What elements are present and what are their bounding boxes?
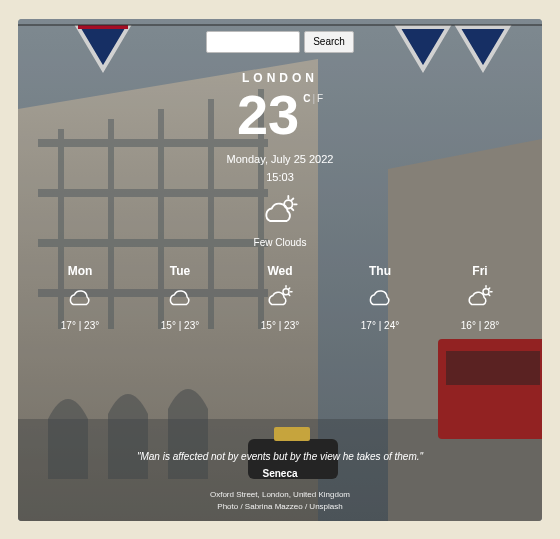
forecast-day: Wed15° | 23° (230, 264, 330, 331)
search-bar: Search (206, 31, 354, 53)
temperature-row: 23 C|F (237, 87, 323, 143)
svg-line-35 (289, 294, 290, 295)
forecast-temps: 17° | 24° (361, 320, 399, 331)
quote-author: Seneca (137, 468, 423, 479)
svg-line-39 (489, 288, 490, 289)
svg-line-34 (289, 288, 290, 289)
current-time: 15:03 (266, 171, 294, 183)
search-input[interactable] (206, 31, 300, 53)
cloud-sun-icon (265, 284, 295, 314)
cloud-sun-icon (260, 193, 300, 233)
forecast-day-name: Mon (68, 264, 93, 278)
forecast-temps: 15° | 23° (261, 320, 299, 331)
unit-f[interactable]: F (317, 93, 323, 104)
forecast-day-name: Wed (267, 264, 292, 278)
svg-line-29 (292, 198, 294, 200)
content: Search LONDON 23 C|F Monday, July 25 202… (18, 19, 542, 521)
svg-line-30 (292, 208, 294, 210)
cloud-icon (65, 284, 95, 314)
forecast-temps: 16° | 28° (461, 320, 499, 331)
current-date: Monday, July 25 2022 (227, 153, 334, 165)
search-button[interactable]: Search (304, 31, 354, 53)
forecast-day: Thu17° | 24° (330, 264, 430, 331)
current-temp: 23 (237, 87, 299, 143)
forecast-temps: 17° | 23° (61, 320, 99, 331)
photo-attribution: Photo / Sabrina Mazzeo / Unsplash (137, 501, 423, 513)
forecast-temps: 15° | 23° (161, 320, 199, 331)
forecast-day-name: Tue (170, 264, 190, 278)
forecast-day-name: Fri (472, 264, 487, 278)
quote-text: "Man is affected not by events but by th… (137, 451, 423, 462)
cloud-icon (365, 284, 395, 314)
forecast-day: Tue15° | 23° (130, 264, 230, 331)
forecast-day-name: Thu (369, 264, 391, 278)
photo-credits: Oxford Street, London, United Kingdom Ph… (137, 489, 423, 513)
photo-location: Oxford Street, London, United Kingdom (137, 489, 423, 501)
cloud-icon (165, 284, 195, 314)
forecast-row: Mon17° | 23°Tue15° | 23°Wed15° | 23°Thu1… (28, 264, 532, 331)
weather-description: Few Clouds (254, 237, 307, 248)
svg-line-40 (489, 294, 490, 295)
cloud-sun-icon (465, 284, 495, 314)
forecast-day: Mon17° | 23° (30, 264, 130, 331)
weather-card: Search LONDON 23 C|F Monday, July 25 202… (18, 19, 542, 521)
quote-block: "Man is affected not by events but by th… (117, 451, 443, 513)
forecast-day: Fri16° | 28° (430, 264, 530, 331)
unit-toggle: C|F (303, 93, 323, 104)
